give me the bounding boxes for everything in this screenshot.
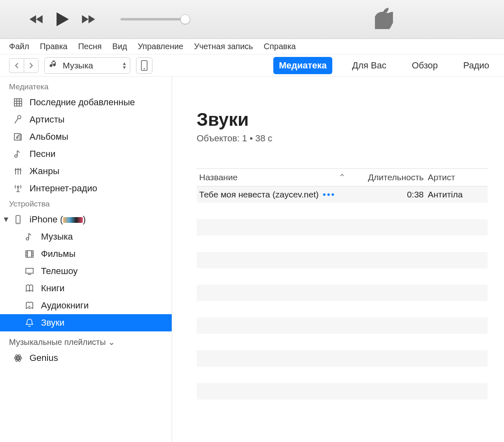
sidebar-item-label: Книги <box>41 283 65 294</box>
sidebar-header-devices: Устройства <box>0 197 172 211</box>
table-row <box>197 203 488 219</box>
tab-browse[interactable]: Обзор <box>406 57 444 74</box>
sidebar-item-dev-tones[interactable]: Звуки <box>0 314 172 331</box>
sidebar-item-label: Телешоу <box>41 266 77 277</box>
table-row <box>197 285 488 301</box>
sidebar-item-label: Интернет-радио <box>30 183 97 194</box>
sidebar-item-dev-books[interactable]: Книги <box>0 280 172 297</box>
apple-logo-icon <box>375 8 393 31</box>
table-row <box>197 334 488 350</box>
sidebar-item-genres[interactable]: Жанры <box>0 163 172 180</box>
svg-point-7 <box>17 186 19 188</box>
menu-account[interactable]: Учетная запись <box>194 42 253 51</box>
sidebar-item-label: Аудиокниги <box>41 300 89 311</box>
sidebar-item-dev-movies[interactable]: Фильмы <box>0 245 172 263</box>
table-row <box>197 317 488 334</box>
sidebar-item-internet-radio[interactable]: Интернет-радио <box>0 180 172 197</box>
nav-back-button[interactable] <box>9 58 24 73</box>
menu-bar: Файл Правка Песня Вид Управление Учетная… <box>0 39 504 54</box>
svg-rect-2 <box>14 99 22 106</box>
toolbar: Музыка ▴▾ Медиатека Для Вас Обзор Радио <box>0 54 504 77</box>
audiobook-icon <box>24 301 35 311</box>
sidebar-item-songs[interactable]: Песни <box>0 145 172 163</box>
grid-icon <box>12 97 24 107</box>
svg-point-9 <box>18 222 18 223</box>
table-row <box>197 367 488 383</box>
track-duration: 0:38 <box>358 190 428 199</box>
note-icon <box>12 149 24 159</box>
genius-icon <box>12 353 24 363</box>
table-row <box>197 219 488 236</box>
sidebar-item-recently-added[interactable]: Последние добавленные <box>0 94 172 111</box>
previous-button[interactable] <box>29 14 44 25</box>
table-row <box>197 301 488 317</box>
play-button[interactable] <box>56 11 70 27</box>
svg-point-1 <box>144 68 145 69</box>
content-pane: Звуки Объектов: 1 • 38 с Название ⌃ Длит… <box>172 77 504 442</box>
sidebar-item-artists[interactable]: Артисты <box>0 111 172 128</box>
menu-file[interactable]: Файл <box>9 42 29 51</box>
sidebar-item-label: Песни <box>30 149 56 159</box>
menu-edit[interactable]: Правка <box>40 42 68 51</box>
sidebar-item-label: Genius <box>30 353 58 363</box>
table-row <box>197 383 488 399</box>
sidebar-item-dev-music[interactable]: Музыка <box>0 228 172 245</box>
svg-point-3 <box>18 116 21 119</box>
sidebar-item-label: Альбомы <box>30 131 68 142</box>
menu-help[interactable]: Справка <box>264 42 296 51</box>
sidebar-item-dev-tv[interactable]: Телешоу <box>0 263 172 280</box>
sidebar-item-label: Последние добавленные <box>30 97 135 108</box>
sidebar-header-playlists[interactable]: Музыкальные плейлисты ⌄ <box>0 331 172 349</box>
chevron-down-icon: ⌄ <box>108 337 115 347</box>
table-row <box>197 268 488 285</box>
source-select-label: Музыка <box>63 61 93 70</box>
bell-icon <box>24 318 35 328</box>
sidebar-item-genius[interactable]: Genius <box>0 349 172 367</box>
album-icon <box>12 132 24 142</box>
table-header: Название ⌃ Длительность Артист <box>197 168 488 186</box>
volume-slider[interactable] <box>120 18 186 20</box>
sidebar-item-albums[interactable]: Альбомы <box>0 128 172 145</box>
chevron-updown-icon: ▴▾ <box>123 61 126 70</box>
sidebar-item-dev-audiobooks[interactable]: Аудиокниги <box>0 297 172 314</box>
column-name[interactable]: Название ⌃ <box>199 172 358 182</box>
tones-table: Название ⌃ Длительность Артист Тебе моя … <box>197 168 488 399</box>
sidebar-item-label: Звуки <box>41 317 64 328</box>
sidebar-item-label: Артисты <box>30 114 65 125</box>
tv-icon <box>24 266 35 276</box>
tab-radio[interactable]: Радио <box>457 57 495 74</box>
book-icon <box>24 283 35 293</box>
track-artist: Антитіла <box>428 190 485 199</box>
column-artist[interactable]: Артист <box>428 172 485 182</box>
table-row <box>197 236 488 252</box>
tab-for-you[interactable]: Для Вас <box>346 57 392 74</box>
source-select[interactable]: Музыка ▴▾ <box>44 57 130 74</box>
menu-view[interactable]: Вид <box>112 42 127 51</box>
film-icon <box>24 249 35 259</box>
table-row <box>197 252 488 268</box>
device-button[interactable] <box>136 57 152 74</box>
view-tabs: Медиатека Для Вас Обзор Радио <box>273 57 495 74</box>
sidebar-item-label: Фильмы <box>41 249 75 259</box>
iphone-icon <box>12 215 24 224</box>
next-button[interactable] <box>81 14 97 25</box>
sidebar: Медиатека Последние добавленные Артисты … <box>0 77 172 442</box>
table-row <box>197 350 488 367</box>
track-name: Тебе моя невеста (zaycev.net) <box>199 190 319 199</box>
menu-controls[interactable]: Управление <box>138 42 183 51</box>
sidebar-item-iphone[interactable]: iPhone () <box>0 211 172 228</box>
playback-bar <box>0 0 504 39</box>
sidebar-header-library: Медиатека <box>0 80 172 94</box>
page-title: Звуки <box>197 109 488 130</box>
more-actions-icon[interactable]: ••• <box>323 190 336 199</box>
volume-knob[interactable] <box>180 14 190 24</box>
table-row[interactable]: Тебе моя невеста (zaycev.net) ••• 0:38 А… <box>197 186 488 203</box>
nav-forward-button[interactable] <box>24 58 39 73</box>
sidebar-item-label: Музыка <box>41 231 73 242</box>
tab-library[interactable]: Медиатека <box>273 57 333 74</box>
note-icon <box>24 232 35 242</box>
svg-rect-12 <box>26 268 33 273</box>
column-duration[interactable]: Длительность <box>358 172 428 182</box>
menu-song[interactable]: Песня <box>78 42 102 51</box>
page-meta: Объектов: 1 • 38 с <box>197 133 488 144</box>
